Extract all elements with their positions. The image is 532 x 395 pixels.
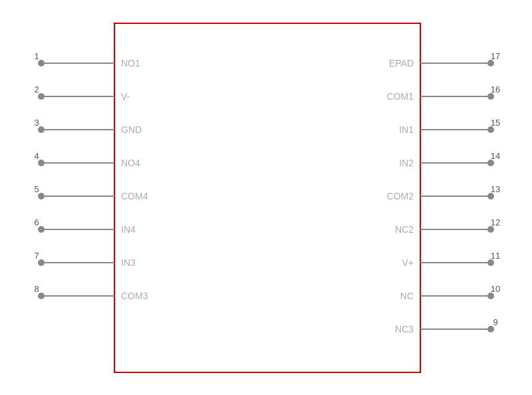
svg-text:4: 4 <box>34 151 39 161</box>
svg-text:1: 1 <box>34 51 39 61</box>
svg-text:16: 16 <box>491 84 500 94</box>
svg-text:GND: GND <box>121 124 142 135</box>
svg-text:17: 17 <box>491 51 500 61</box>
svg-text:NC3: NC3 <box>395 324 414 334</box>
svg-text:12: 12 <box>491 217 500 227</box>
svg-text:NC: NC <box>400 291 414 301</box>
svg-text:11: 11 <box>491 251 500 261</box>
svg-text:COM3: COM3 <box>121 291 148 301</box>
svg-text:NC2: NC2 <box>395 224 414 235</box>
svg-text:EPAD: EPAD <box>389 58 414 68</box>
svg-text:15: 15 <box>491 118 500 128</box>
svg-text:6: 6 <box>34 217 39 227</box>
svg-text:14: 14 <box>491 151 500 161</box>
svg-text:NO4: NO4 <box>121 158 140 168</box>
ic-body <box>114 23 420 372</box>
svg-text:IN4: IN4 <box>121 224 136 235</box>
svg-text:5: 5 <box>34 184 39 194</box>
svg-text:V-: V- <box>121 91 130 102</box>
svg-text:13: 13 <box>491 184 500 194</box>
svg-text:10: 10 <box>491 284 500 294</box>
svg-text:V+: V+ <box>402 257 414 268</box>
svg-text:3: 3 <box>34 118 39 128</box>
svg-text:2: 2 <box>34 84 39 94</box>
svg-text:7: 7 <box>34 251 39 261</box>
svg-text:NO1: NO1 <box>121 58 140 68</box>
svg-text:8: 8 <box>34 284 39 294</box>
svg-text:COM4: COM4 <box>121 191 148 201</box>
svg-text:IN2: IN2 <box>399 158 414 168</box>
ic-diagram: 1 NO1 2 V- 3 GND 4 NO4 5 COM4 6 IN4 7 <box>0 0 532 395</box>
svg-text:IN3: IN3 <box>121 257 136 268</box>
svg-text:IN1: IN1 <box>399 124 414 135</box>
svg-text:COM2: COM2 <box>387 191 414 201</box>
svg-text:COM1: COM1 <box>387 91 414 102</box>
svg-text:9: 9 <box>493 317 497 327</box>
